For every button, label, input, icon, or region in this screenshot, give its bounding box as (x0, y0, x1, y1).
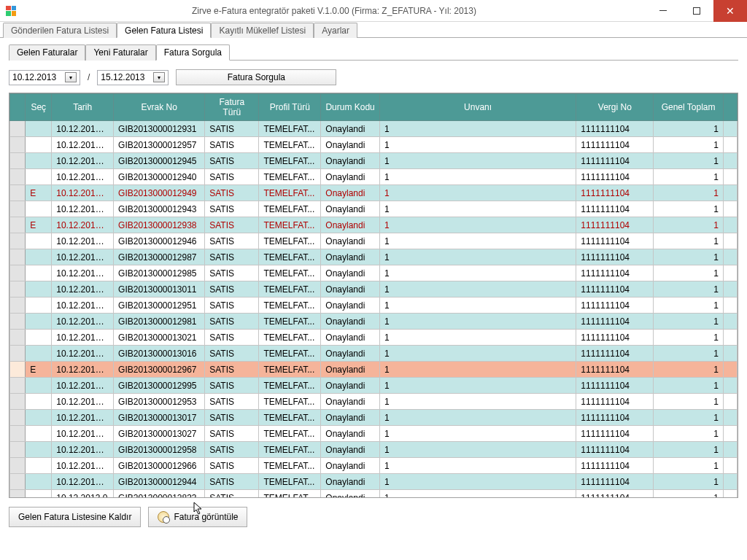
cell-extra[interactable] (723, 346, 737, 362)
cell-toplam[interactable]: 1 (654, 362, 723, 378)
cell-tarih[interactable]: 10.12.2013 0... (52, 169, 114, 185)
cell-profil[interactable]: TEMELFAT... (259, 201, 321, 217)
cell-profil[interactable]: TEMELFAT... (259, 121, 321, 137)
cell-durum[interactable]: Onaylandi (321, 153, 380, 169)
cell-extra[interactable] (723, 474, 737, 490)
table-row[interactable]: 10.12.2013 0...GIB2013000012958SATISTEME… (10, 442, 738, 458)
row-header[interactable] (10, 265, 26, 281)
cell-durum[interactable]: Onaylandi (321, 394, 380, 410)
cell-profil[interactable]: TEMELFAT... (259, 281, 321, 298)
cell-extra[interactable] (723, 233, 737, 249)
cell-tarih[interactable]: 10.12.2013 0... (52, 394, 114, 410)
column-header[interactable]: Profil Türü (259, 94, 321, 121)
cell-tarih[interactable]: 10.12.2013 0... (52, 233, 114, 249)
column-header[interactable]: Durum Kodu (321, 94, 380, 121)
cell-ftur[interactable]: SATIS (205, 201, 259, 217)
cell-toplam[interactable]: 1 (654, 281, 723, 298)
cell-durum[interactable]: Onaylandi (321, 330, 380, 346)
cell-sec[interactable] (26, 490, 52, 498)
cell-unvan[interactable]: 1 (379, 217, 576, 233)
cell-tarih[interactable]: 10.12.2013 0... (52, 346, 114, 362)
cell-sec[interactable] (26, 442, 52, 458)
main-tab[interactable]: Gelen Fatura Listesi (117, 23, 211, 38)
cell-evrak[interactable]: GIB2013000012966 (114, 458, 205, 474)
cell-unvan[interactable]: 1 (379, 442, 576, 458)
cell-ftur[interactable]: SATIS (205, 185, 259, 201)
cell-extra[interactable] (723, 314, 737, 330)
cell-evrak[interactable]: GIB2013000012987 (114, 249, 205, 265)
cell-evrak[interactable]: GIB2013000013021 (114, 330, 205, 346)
cell-sec[interactable] (26, 233, 52, 249)
cell-evrak[interactable]: GIB2013000012833 (114, 490, 205, 498)
cell-profil[interactable]: TEMELFAT... (259, 458, 321, 474)
table-row[interactable]: E10.12.2013 0...GIB2013000012967SATISTEM… (10, 362, 738, 378)
cell-ftur[interactable]: SATIS (205, 314, 259, 330)
table-row[interactable]: 10.12.2013 0...GIB2013000012946SATISTEME… (10, 233, 738, 249)
row-header[interactable] (10, 378, 26, 394)
date-from-input[interactable]: ▾ (9, 70, 80, 85)
cell-unvan[interactable]: 1 (379, 153, 576, 169)
row-header[interactable] (10, 314, 26, 330)
cell-profil[interactable]: TEMELFAT... (259, 249, 321, 265)
cell-evrak[interactable]: GIB2013000012949 (114, 185, 205, 201)
cell-tarih[interactable]: 10.12.2013 0... (52, 426, 114, 442)
cell-ftur[interactable]: SATIS (205, 426, 259, 442)
cell-profil[interactable]: TEMELFAT... (259, 265, 321, 281)
cell-ftur[interactable]: SATIS (205, 281, 259, 298)
cell-extra[interactable] (723, 298, 737, 314)
row-header[interactable] (10, 474, 26, 490)
cell-sec[interactable] (26, 474, 52, 490)
main-tab[interactable]: Gönderilen Fatura Listesi (3, 23, 117, 38)
date-to-input[interactable]: ▾ (97, 70, 169, 85)
cell-durum[interactable]: Onaylandi (321, 298, 380, 314)
cell-vergi[interactable]: 1111111104 (576, 121, 654, 137)
column-header[interactable]: Tarih (52, 94, 114, 121)
cell-tarih[interactable]: 10.12.2013 0... (52, 442, 114, 458)
cell-vergi[interactable]: 1111111104 (576, 346, 654, 362)
cell-unvan[interactable]: 1 (379, 201, 576, 217)
cell-tarih[interactable]: 10.12.2013 0 (52, 490, 114, 498)
cell-durum[interactable]: Onaylandi (321, 137, 380, 153)
cell-vergi[interactable]: 1111111104 (576, 201, 654, 217)
cell-profil[interactable]: TEMELFAT... (259, 346, 321, 362)
cell-sec[interactable] (26, 394, 52, 410)
cell-sec[interactable] (26, 137, 52, 153)
cell-vergi[interactable]: 1111111104 (576, 233, 654, 249)
close-button[interactable]: ✕ (713, 0, 747, 22)
cell-unvan[interactable]: 1 (379, 490, 576, 498)
cell-evrak[interactable]: GIB2013000013027 (114, 426, 205, 442)
cell-profil[interactable]: TEMELFAT... (259, 153, 321, 169)
cell-vergi[interactable]: 1111111104 (576, 330, 654, 346)
cell-tarih[interactable]: 10.12.2013 0... (52, 217, 114, 233)
cell-vergi[interactable]: 1111111104 (576, 410, 654, 426)
cell-vergi[interactable]: 1111111104 (576, 378, 654, 394)
cell-durum[interactable]: Onaylandi (321, 249, 380, 265)
cell-durum[interactable]: Onaylandi (321, 217, 380, 233)
cell-tarih[interactable]: 10.12.2013 0... (52, 410, 114, 426)
cell-ftur[interactable]: SATIS (205, 265, 259, 281)
row-header-col[interactable] (10, 94, 26, 121)
cell-profil[interactable]: TEMELFAT... (259, 314, 321, 330)
cell-profil[interactable]: TEMELFAT... (259, 137, 321, 153)
cell-ftur[interactable]: SATIS (205, 474, 259, 490)
cell-toplam[interactable]: 1 (654, 201, 723, 217)
column-header[interactable]: Fatura Türü (205, 94, 259, 121)
cell-evrak[interactable]: GIB2013000013017 (114, 410, 205, 426)
cell-ftur[interactable]: SATIS (205, 346, 259, 362)
cell-toplam[interactable]: 1 (654, 153, 723, 169)
cell-ftur[interactable]: SATIS (205, 394, 259, 410)
cell-extra[interactable] (723, 217, 737, 233)
cell-evrak[interactable]: GIB2013000012946 (114, 233, 205, 249)
table-row[interactable]: 10.12.2013 0...GIB2013000012957SATISTEME… (10, 137, 738, 153)
cell-unvan[interactable]: 1 (379, 362, 576, 378)
cell-evrak[interactable]: GIB2013000012981 (114, 314, 205, 330)
date-to-field[interactable] (101, 72, 153, 82)
cell-profil[interactable]: TEMELFAT... (259, 185, 321, 201)
table-row[interactable]: 10.12.2013 0...GIB2013000012985SATISTEME… (10, 265, 738, 281)
cell-profil[interactable]: TEMELFAT... (259, 169, 321, 185)
cell-tarih[interactable]: 10.12.2013 0... (52, 378, 114, 394)
cell-profil[interactable]: TEMELFAT... (259, 474, 321, 490)
cell-vergi[interactable]: 1111111104 (576, 265, 654, 281)
cell-toplam[interactable]: 1 (654, 346, 723, 362)
cell-vergi[interactable]: 1111111104 (576, 298, 654, 314)
